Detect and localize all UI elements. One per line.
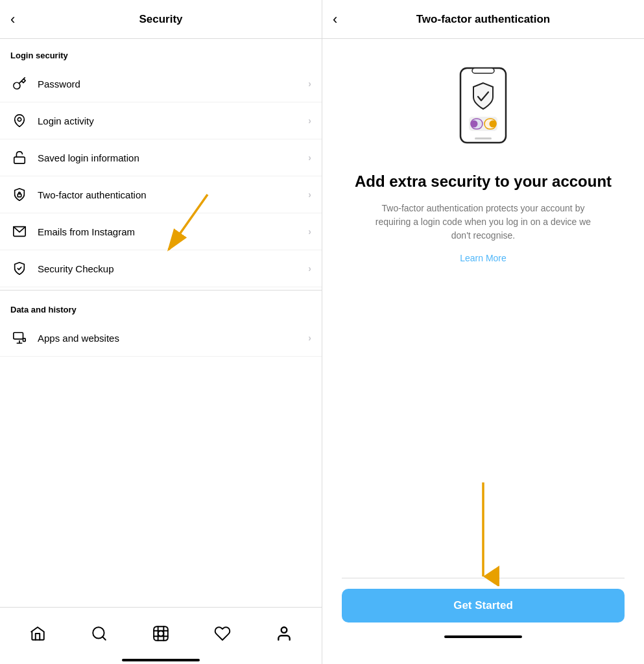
svg-point-13 bbox=[158, 630, 164, 636]
svg-rect-20 bbox=[472, 68, 494, 73]
right-panel: ‹ Two-factor authentication bbox=[322, 0, 644, 664]
nav-search[interactable] bbox=[85, 619, 113, 648]
svg-point-25 bbox=[490, 121, 497, 128]
svg-rect-26 bbox=[475, 137, 492, 139]
svg-point-18 bbox=[281, 627, 287, 633]
orange-arrow-down bbox=[467, 482, 499, 586]
data-history-section-label: Data and history bbox=[0, 293, 322, 320]
apps-websites-label: Apps and websites bbox=[38, 333, 308, 344]
get-started-button[interactable]: Get Started bbox=[342, 589, 625, 622]
nav-profile[interactable] bbox=[270, 619, 298, 648]
emails-label: Emails from Instagram bbox=[38, 226, 308, 237]
security-checkup-chevron: › bbox=[308, 263, 311, 274]
key-icon bbox=[10, 75, 29, 93]
svg-rect-7 bbox=[23, 338, 26, 342]
security-checkup-label: Security Checkup bbox=[38, 263, 308, 274]
password-label: Password bbox=[38, 78, 308, 89]
left-back-button[interactable]: ‹ bbox=[10, 11, 15, 28]
left-header: ‹ Security bbox=[0, 0, 322, 39]
left-panel: ‹ Security Login security Password › bbox=[0, 0, 322, 664]
shield-check-icon bbox=[10, 259, 29, 278]
menu-item-login-activity[interactable]: Login activity › bbox=[0, 102, 322, 139]
nav-reels[interactable] bbox=[147, 619, 175, 648]
login-activity-chevron: › bbox=[308, 115, 311, 126]
right-header: ‹ Two-factor authentication bbox=[322, 0, 644, 39]
nav-heart[interactable] bbox=[208, 619, 237, 648]
learn-more-link[interactable]: Learn More bbox=[460, 253, 507, 263]
svg-rect-1 bbox=[14, 157, 25, 163]
monitor-icon bbox=[10, 329, 29, 347]
password-chevron: › bbox=[308, 78, 311, 89]
location-icon bbox=[10, 112, 29, 130]
two-factor-chevron: › bbox=[308, 189, 311, 200]
saved-login-chevron: › bbox=[308, 152, 311, 163]
menu-item-apps-websites[interactable]: Apps and websites › bbox=[0, 320, 322, 357]
right-bottom: Get Started bbox=[342, 578, 625, 651]
left-panel-title: Security bbox=[139, 13, 182, 26]
right-description: Two-factor authentication protects your … bbox=[366, 202, 600, 243]
svg-rect-4 bbox=[14, 333, 23, 339]
mail-icon bbox=[10, 222, 29, 241]
saved-login-label: Saved login information bbox=[38, 152, 308, 163]
right-panel-title: Two-factor authentication bbox=[416, 13, 551, 26]
login-security-section-label: Login security bbox=[0, 39, 322, 65]
right-content: Add extra security to your account Two-f… bbox=[322, 39, 644, 664]
right-back-button[interactable]: ‹ bbox=[333, 11, 337, 28]
menu-item-two-factor[interactable]: Two-factor authentication › bbox=[0, 176, 322, 213]
menu-item-security-checkup[interactable]: Security Checkup › bbox=[0, 250, 322, 287]
menu-item-saved-login[interactable]: Saved login information › bbox=[0, 139, 322, 176]
svg-point-0 bbox=[18, 117, 21, 121]
svg-line-11 bbox=[102, 637, 106, 640]
menu-item-emails[interactable]: Emails from Instagram › bbox=[0, 213, 322, 250]
svg-point-23 bbox=[471, 121, 478, 128]
svg-rect-12 bbox=[154, 626, 168, 641]
left-content: Login security Password › bbox=[0, 39, 322, 607]
right-home-indicator bbox=[342, 622, 625, 638]
nav-home[interactable] bbox=[23, 619, 52, 648]
two-factor-illustration bbox=[447, 65, 519, 156]
bottom-nav bbox=[0, 607, 322, 659]
shield-lock-icon bbox=[10, 185, 29, 204]
saved-login-icon bbox=[10, 148, 29, 167]
home-indicator-left bbox=[0, 659, 322, 664]
login-activity-label: Login activity bbox=[38, 115, 308, 126]
two-factor-label: Two-factor authentication bbox=[38, 189, 308, 200]
emails-chevron: › bbox=[308, 226, 311, 237]
menu-item-password[interactable]: Password › bbox=[0, 65, 322, 102]
right-main-title: Add extra security to your account bbox=[355, 171, 612, 191]
apps-websites-chevron: › bbox=[308, 333, 311, 343]
